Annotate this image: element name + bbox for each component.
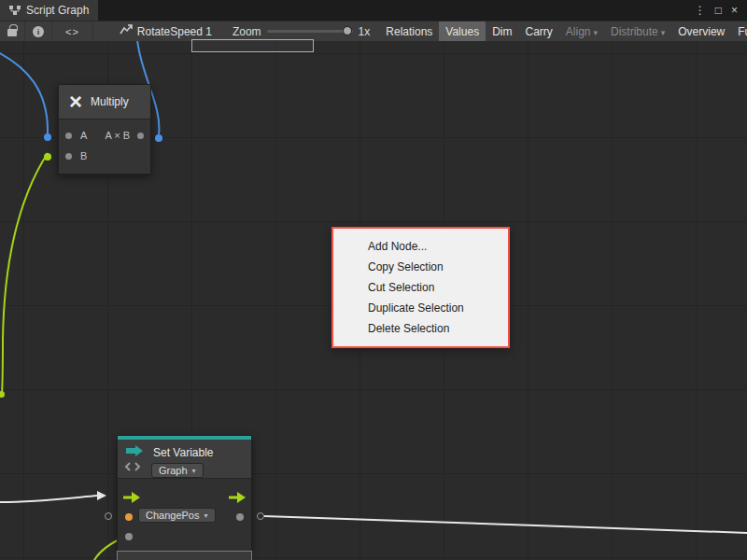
menu-item-copy-selection[interactable]: Copy Selection (333, 257, 508, 277)
input-port-a[interactable] (65, 133, 72, 139)
wire-white-output[interactable] (264, 516, 747, 533)
node-partial-bottom[interactable] (117, 551, 252, 560)
node-title: Multiply (91, 95, 129, 108)
graph-icon (120, 24, 133, 38)
align-dropdown-button[interactable]: Align▾ (559, 21, 604, 42)
graph-toolbar: i <> RotateSpeed 1 Zoom 1x Relations Val… (0, 21, 747, 41)
canvas-overlay-box (191, 39, 314, 52)
close-icon[interactable]: × (731, 5, 738, 16)
lock-button[interactable] (0, 21, 25, 42)
caret-down-icon: ▾ (661, 28, 666, 37)
input-port-b[interactable] (65, 153, 72, 160)
flow-output-port[interactable] (229, 490, 246, 507)
port-label-a: A (80, 130, 87, 141)
lock-icon (7, 29, 17, 36)
zoom-slider[interactable] (267, 30, 353, 33)
multiply-icon: × (69, 91, 82, 113)
variable-scope-dropdown[interactable]: Graph ▾ (151, 463, 204, 478)
window-menu-icon[interactable]: ⋮ (695, 5, 706, 16)
value-output-port[interactable] (236, 513, 244, 521)
wire-endpoint-blue[interactable] (155, 134, 162, 142)
wire-endpoint-blue[interactable] (44, 133, 51, 141)
wire-endpoint-green[interactable] (44, 153, 51, 161)
menu-item-delete-selection[interactable]: Delete Selection (333, 318, 508, 339)
code-preview-button[interactable]: <> (52, 21, 93, 42)
code-icon: <> (65, 26, 79, 37)
node-multiply-header[interactable]: × Multiply (59, 85, 150, 119)
proxy-port-left[interactable] (105, 512, 112, 520)
zoom-slider-knob[interactable] (343, 26, 352, 35)
wire-green-b[interactable] (2, 153, 48, 394)
node-multiply-body: A A × B B (59, 119, 150, 174)
dim-button[interactable]: Dim (486, 21, 518, 42)
node-set-variable-body: ChangePos ▾ (118, 479, 251, 551)
relations-button[interactable]: Relations (379, 21, 439, 42)
variable-name-dropdown[interactable]: ChangePos ▾ (138, 508, 216, 523)
caret-down-icon: ▾ (192, 467, 196, 475)
distribute-dropdown-button[interactable]: Distribute▾ (604, 21, 671, 42)
carry-button[interactable]: Carry (518, 21, 558, 42)
tab-script-graph[interactable]: Script Graph (0, 0, 98, 21)
port-label-b: B (80, 150, 87, 161)
fallback-input-port[interactable] (125, 533, 133, 540)
caret-down-icon: ▾ (594, 28, 599, 37)
wire-blue-input[interactable] (0, 52, 48, 133)
flow-input-port[interactable] (123, 490, 140, 507)
output-port-result[interactable] (137, 133, 144, 139)
graph-canvas[interactable]: × Multiply A A × B B (0, 41, 747, 560)
caret-down-icon: ▾ (204, 511, 208, 520)
port-label-result: A × B (105, 130, 130, 141)
window-tab-bar: Script Graph ⋮ □ × (0, 0, 747, 21)
window-controls: ⋮ □ × (695, 0, 747, 21)
node-multiply[interactable]: × Multiply A A × B B (58, 84, 151, 175)
zoom-control: Zoom 1x (233, 25, 370, 38)
value-input-port[interactable] (125, 513, 133, 521)
maximize-icon[interactable]: □ (715, 5, 722, 16)
breadcrumb-label: RotateSpeed 1 (137, 25, 212, 38)
set-variable-icon (124, 444, 148, 476)
info-icon: i (33, 26, 44, 37)
menu-item-duplicate-selection[interactable]: Duplicate Selection (333, 298, 508, 318)
port-row-a: A A × B (59, 125, 150, 146)
zoom-value: 1x (359, 25, 371, 38)
graph-breadcrumb[interactable]: RotateSpeed 1 (120, 24, 212, 38)
menu-item-cut-selection[interactable]: Cut Selection (333, 277, 508, 298)
script-graph-icon (9, 5, 21, 16)
inspect-button[interactable]: i (25, 21, 52, 42)
script-graph-window: Script Graph ⋮ □ × i <> RotateSpeed 1 (0, 0, 747, 560)
node-title: Set Variable (153, 446, 213, 459)
tab-label: Script Graph (26, 4, 89, 17)
flow-wire-arrowhead (97, 491, 106, 500)
node-set-variable-header[interactable]: Set Variable Graph ▾ (118, 440, 251, 479)
values-button[interactable]: Values (439, 21, 486, 42)
fullscreen-button[interactable]: Full Screen (731, 21, 747, 42)
context-menu: Add Node... Copy Selection Cut Selection… (331, 227, 510, 348)
menu-item-add-node[interactable]: Add Node... (333, 236, 508, 257)
port-row-b: B (59, 146, 150, 166)
toolbar-buttons: Relations Values Dim Carry Align▾ Distri… (379, 21, 747, 42)
overview-button[interactable]: Overview (671, 21, 731, 42)
zoom-label: Zoom (233, 25, 261, 38)
wire-white-input[interactable] (0, 496, 97, 502)
proxy-port-right[interactable] (257, 512, 264, 520)
node-set-variable[interactable]: Set Variable Graph ▾ (117, 435, 252, 552)
